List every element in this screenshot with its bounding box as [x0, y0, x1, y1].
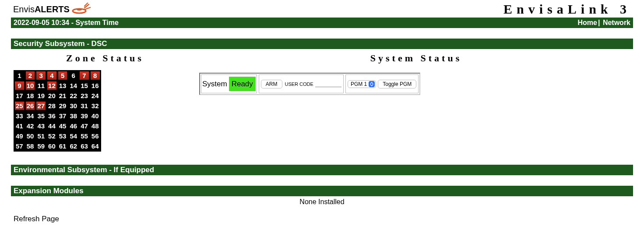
zone-cell-46[interactable]: 46: [68, 121, 78, 131]
zone-cell-19[interactable]: 19: [36, 91, 46, 100]
zone-cell-31[interactable]: 31: [79, 101, 89, 110]
zone-cell-2[interactable]: 2: [25, 71, 35, 80]
zone-cell-12[interactable]: 12: [47, 81, 57, 90]
pgm-group: PGM 1 Toggle PGM: [345, 74, 419, 93]
zone-cell-14[interactable]: 14: [68, 81, 78, 90]
zone-cell-15[interactable]: 15: [79, 81, 89, 90]
zone-cell-25[interactable]: 25: [14, 101, 25, 110]
zone-cell-50[interactable]: 50: [25, 131, 35, 141]
environmental-section-title: Environmental Subsystem - If Equipped: [11, 165, 633, 175]
zone-cell-42[interactable]: 42: [25, 121, 35, 131]
system-label: System: [202, 80, 227, 88]
zone-cell-22[interactable]: 22: [68, 91, 78, 100]
zone-cell-59[interactable]: 59: [36, 141, 46, 151]
zone-cell-13[interactable]: 13: [58, 81, 68, 90]
zone-cell-53[interactable]: 53: [58, 131, 68, 141]
arm-button[interactable]: ARM: [261, 80, 282, 88]
brand-prefix: Envis: [13, 4, 35, 14]
chevron-updown-icon: [369, 81, 375, 87]
zone-cell-48[interactable]: 48: [90, 121, 100, 131]
top-status-bar: 2022-09-05 10:34 - System Time Home| Net…: [11, 18, 633, 28]
zone-cell-37[interactable]: 37: [58, 111, 68, 120]
zone-cell-6[interactable]: 6: [68, 71, 78, 80]
zone-cell-58[interactable]: 58: [25, 141, 35, 151]
top-nav: Home| Network: [577, 19, 630, 27]
zone-cell-35[interactable]: 35: [36, 111, 46, 120]
zone-cell-54[interactable]: 54: [68, 131, 78, 141]
zone-cell-26[interactable]: 26: [25, 101, 35, 110]
zone-cell-24[interactable]: 24: [90, 91, 100, 100]
zone-cell-36[interactable]: 36: [47, 111, 57, 120]
zone-cell-29[interactable]: 29: [58, 101, 68, 110]
zone-cell-3[interactable]: 3: [36, 71, 46, 80]
zone-cell-39[interactable]: 39: [79, 111, 89, 120]
system-ready-group: System Ready: [201, 74, 257, 93]
user-code-input[interactable]: [315, 81, 341, 87]
zone-cell-7[interactable]: 7: [79, 71, 89, 80]
zone-cell-32[interactable]: 32: [90, 101, 100, 110]
zone-cell-62[interactable]: 62: [68, 141, 78, 151]
nav-separator: |: [598, 19, 600, 26]
zone-cell-4[interactable]: 4: [47, 71, 57, 80]
zone-cell-27[interactable]: 27: [36, 101, 46, 110]
expansion-none-installed: None Installed: [11, 196, 633, 206]
zone-cell-49[interactable]: 49: [14, 131, 25, 141]
zone-cell-57[interactable]: 57: [14, 141, 25, 151]
zone-cell-51[interactable]: 51: [36, 131, 46, 141]
zone-cell-33[interactable]: 33: [14, 111, 25, 120]
brand-logo: EnvisALERTS: [13, 3, 91, 16]
zone-cell-34[interactable]: 34: [25, 111, 35, 120]
zone-cell-16[interactable]: 16: [90, 81, 100, 90]
pgm-selected-value: PGM 1: [351, 81, 367, 87]
pgm-select[interactable]: PGM 1: [348, 80, 376, 88]
refresh-page-link[interactable]: Refresh Page: [14, 215, 59, 223]
zone-cell-17[interactable]: 17: [14, 91, 25, 100]
svg-point-1: [77, 8, 82, 10]
zone-cell-44[interactable]: 44: [47, 121, 57, 131]
nav-network-link[interactable]: Network: [603, 19, 630, 26]
system-ready-badge: Ready: [229, 77, 256, 91]
zone-cell-28[interactable]: 28: [47, 101, 57, 110]
brand-suffix: ALERTS: [35, 4, 70, 14]
security-section-title: Security Subsystem - DSC: [11, 39, 633, 49]
zone-cell-52[interactable]: 52: [47, 131, 57, 141]
product-title: EnvisaLink 3: [503, 2, 631, 17]
zone-cell-61[interactable]: 61: [58, 141, 68, 151]
zone-cell-40[interactable]: 40: [90, 111, 100, 120]
arm-group: ARM USER CODE: [259, 74, 344, 93]
zone-cell-9[interactable]: 9: [14, 81, 25, 90]
zone-cell-47[interactable]: 47: [79, 121, 89, 131]
zone-cell-11[interactable]: 11: [36, 81, 46, 90]
zone-status-grid: 1234567891011121314151617181920212223242…: [14, 70, 101, 152]
nav-home-link[interactable]: Home: [577, 19, 597, 26]
zone-cell-56[interactable]: 56: [90, 131, 100, 141]
zone-cell-38[interactable]: 38: [68, 111, 78, 120]
zone-cell-10[interactable]: 10: [25, 81, 35, 90]
zone-cell-41[interactable]: 41: [14, 121, 25, 131]
system-time-text: 2022-09-05 10:34 - System Time: [14, 19, 119, 27]
zone-cell-64[interactable]: 64: [90, 141, 100, 151]
zone-cell-55[interactable]: 55: [79, 131, 89, 141]
zone-cell-21[interactable]: 21: [58, 91, 68, 100]
zone-cell-5[interactable]: 5: [58, 71, 68, 80]
zone-cell-1[interactable]: 1: [14, 71, 25, 80]
zone-status-heading: Zone Status: [11, 53, 199, 64]
system-status-heading: System Status: [199, 53, 633, 64]
zone-cell-18[interactable]: 18: [25, 91, 35, 100]
system-status-panel: System Ready ARM USER CODE PGM 1 Toggl: [199, 73, 420, 95]
zone-cell-30[interactable]: 30: [68, 101, 78, 110]
alert-swoosh-icon: [71, 3, 91, 16]
user-code-label: USER CODE: [285, 81, 313, 87]
zone-cell-60[interactable]: 60: [47, 141, 57, 151]
expansion-section-title: Expansion Modules: [11, 186, 633, 196]
zone-cell-8[interactable]: 8: [90, 71, 100, 80]
zone-cell-45[interactable]: 45: [58, 121, 68, 131]
zone-cell-63[interactable]: 63: [79, 141, 89, 151]
zone-cell-20[interactable]: 20: [47, 91, 57, 100]
zone-cell-43[interactable]: 43: [36, 121, 46, 131]
zone-cell-23[interactable]: 23: [79, 91, 89, 100]
toggle-pgm-button[interactable]: Toggle PGM: [378, 80, 416, 88]
